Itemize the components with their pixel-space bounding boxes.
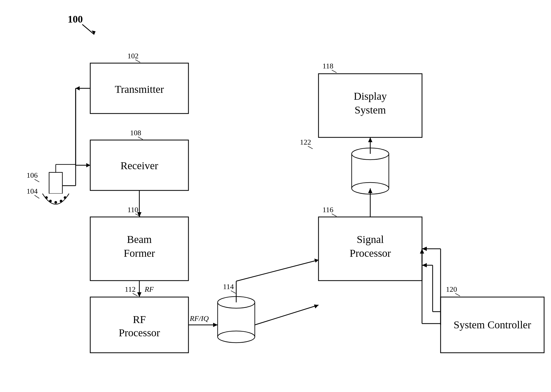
probe-dot-3 bbox=[54, 201, 57, 204]
diagram-container: 100 102 Transmitter 108 Receiver 110 Bea… bbox=[0, 0, 551, 392]
rf-processor-label-line2: Processor bbox=[119, 327, 160, 339]
display-system-label-line1: Display bbox=[354, 90, 387, 102]
transmitter-label: Transmitter bbox=[115, 83, 164, 95]
probe-dot-1 bbox=[45, 196, 48, 199]
rf-processor-label-line1: RF bbox=[133, 313, 146, 325]
diagram-ref-100: 100 bbox=[68, 14, 83, 25]
ref-102: 102 bbox=[127, 52, 139, 60]
probe-dot-2 bbox=[49, 200, 52, 202]
probe-dot-5 bbox=[64, 196, 66, 199]
probe-handle bbox=[49, 172, 62, 194]
ref-108: 108 bbox=[130, 129, 141, 137]
system-controller-label: System Controller bbox=[454, 319, 531, 331]
signal-processor-label-line2: Processor bbox=[350, 247, 391, 259]
block-diagram: 100 102 Transmitter 108 Receiver 110 Bea… bbox=[0, 0, 551, 392]
display-system-label-line2: System bbox=[355, 104, 386, 116]
ref-112: 112 bbox=[125, 285, 136, 293]
ref-104: 104 bbox=[27, 187, 38, 195]
ref-106: 106 bbox=[27, 171, 38, 179]
ref-118: 118 bbox=[322, 62, 333, 70]
beam-former-label-line2: Former bbox=[124, 247, 155, 259]
ref-110: 110 bbox=[127, 206, 138, 214]
beam-former-label-line1: Beam bbox=[127, 233, 152, 245]
rf-label: RF bbox=[144, 285, 154, 293]
ref-122: 122 bbox=[300, 138, 311, 146]
ref-114: 114 bbox=[223, 282, 234, 291]
cylinder-114-bottom bbox=[218, 331, 255, 343]
signal-processor-label-line1: Signal bbox=[357, 233, 384, 245]
receiver-label: Receiver bbox=[120, 160, 158, 172]
ref-116: 116 bbox=[322, 206, 333, 214]
ref-120: 120 bbox=[446, 285, 457, 293]
rfiq-label: RF/IQ bbox=[190, 314, 209, 323]
probe-dot-4 bbox=[60, 200, 62, 202]
